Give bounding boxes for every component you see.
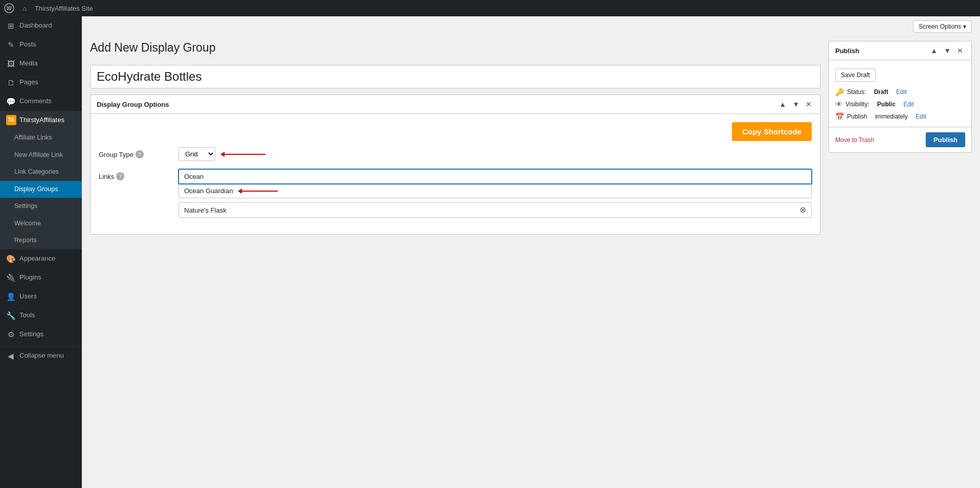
visibility-edit-link[interactable]: Edit xyxy=(903,101,914,108)
metabox-collapse-down-button[interactable]: ▼ xyxy=(790,99,801,109)
publish-body: Save Draft 🔑 Status: Draft Edit 👁 Visibi… xyxy=(829,60,971,127)
links-label: Links ? xyxy=(99,169,170,180)
metabox-header[interactable]: Display Group Options ▲ ▼ ✕ xyxy=(91,95,820,114)
publish-footer: Move to Trash Publish xyxy=(829,127,971,152)
sidebar-item-users[interactable]: 👤 Users xyxy=(0,287,82,306)
tools-icon: 🔧 xyxy=(6,310,15,321)
media-icon: 🖼 xyxy=(6,58,15,69)
visibility-label: Visibility: xyxy=(845,101,869,108)
metabox-controls: ▲ ▼ ✕ xyxy=(777,99,814,109)
sidebar-item-comments[interactable]: 💬 Comments xyxy=(0,92,82,111)
status-edit-link[interactable]: Edit xyxy=(896,88,907,96)
arrow-pointer-2-icon xyxy=(238,189,242,194)
sidebar-label-settings-ta: Settings xyxy=(14,202,37,211)
sidebar-item-settings-ta[interactable]: Settings xyxy=(0,198,82,215)
content-area: Screen Options ▾ Add New Display Group D… xyxy=(82,16,980,488)
sidebar-label-thirstyaffiliates: ThirstyAffiliates xyxy=(19,115,64,125)
group-type-help-icon[interactable]: ? xyxy=(136,150,144,158)
sidebar-item-reports[interactable]: Reports xyxy=(0,232,82,249)
sidebar-item-link-categories[interactable]: Link Categories xyxy=(0,164,82,181)
sidebar-label-reports: Reports xyxy=(14,236,37,245)
screen-options-button[interactable]: Screen Options ▾ xyxy=(913,20,972,33)
publish-title: Publish xyxy=(835,47,859,55)
page-content: Add New Display Group Display Group Opti… xyxy=(82,37,980,488)
status-icon: 🔑 xyxy=(835,88,844,96)
sidebar-item-appearance[interactable]: 🎨 Appearance xyxy=(0,249,82,268)
links-dropdown-item-ocean-guardian[interactable]: Ocean Guardian xyxy=(179,184,811,198)
group-type-select[interactable]: Grid List Slider xyxy=(179,147,215,161)
group-type-annotation-arrow xyxy=(220,152,265,157)
sidebar-item-pages[interactable]: 🗋 Pages xyxy=(0,73,82,92)
publish-button[interactable]: Publish xyxy=(926,132,965,147)
side-column: Publish ▲ ▼ ✕ Save Draft 🔑 xyxy=(829,41,972,480)
main-column: Add New Display Group Display Group Opti… xyxy=(90,41,820,480)
ocean-guardian-annotation-arrow xyxy=(238,189,278,194)
publish-close-button[interactable]: ✕ xyxy=(955,45,965,56)
move-to-trash-link[interactable]: Move to Trash xyxy=(835,136,874,144)
links-row: Links ? Ocean Guardian xyxy=(99,169,812,218)
title-input[interactable] xyxy=(90,65,820,88)
sidebar-item-media[interactable]: 🖼 Media xyxy=(0,54,82,73)
pages-icon: 🗋 xyxy=(6,77,15,88)
sidebar-item-settings-wp[interactable]: ⚙ Settings xyxy=(0,325,82,344)
metabox-collapse-up-button[interactable]: ▲ xyxy=(777,99,788,109)
publish-collapse-up-button[interactable]: ▲ xyxy=(928,45,940,56)
publish-time-edit-link[interactable]: Edit xyxy=(916,113,926,120)
sidebar-label-new-affiliate-link: New Affiliate Link xyxy=(14,151,63,160)
save-draft-label: Save Draft xyxy=(841,72,870,79)
sidebar-item-plugins[interactable]: 🔌 Plugins xyxy=(0,268,82,287)
wp-logo-item[interactable]: W xyxy=(4,3,14,13)
users-icon: 👤 xyxy=(6,291,15,302)
ta-logo-icon: TA xyxy=(6,115,15,125)
sidebar-item-new-affiliate-link[interactable]: New Affiliate Link xyxy=(0,147,82,164)
sidebar: ⊞ Dashboard ✎ Posts 🖼 Media 🗋 Pages 💬 Co… xyxy=(0,16,82,488)
sidebar-item-display-groups[interactable]: Display Groups xyxy=(0,181,82,198)
sidebar-item-thirstyaffiliates[interactable]: TA ThirstyAffiliates xyxy=(0,111,82,129)
publish-metabox: Publish ▲ ▼ ✕ Save Draft 🔑 xyxy=(829,41,972,153)
sidebar-label-plugins: Plugins xyxy=(19,273,41,282)
links-search-input[interactable] xyxy=(179,169,812,184)
sidebar-item-collapse[interactable]: ◀ Collapse menu xyxy=(0,346,82,365)
sidebar-item-dashboard[interactable]: ⊞ Dashboard xyxy=(0,16,82,35)
settings-icon: ⚙ xyxy=(6,329,15,340)
sidebar-label-display-groups: Display Groups xyxy=(14,185,58,194)
publish-button-label: Publish xyxy=(933,136,957,144)
sidebar-item-affiliate-links[interactable]: Affiliate Links xyxy=(0,129,82,147)
sidebar-label-tools: Tools xyxy=(19,311,35,320)
sidebar-item-tools[interactable]: 🔧 Tools xyxy=(0,306,82,325)
publish-collapse-down-button[interactable]: ▼ xyxy=(942,45,953,56)
screen-options-label: Screen Options xyxy=(919,23,961,30)
sidebar-label-posts: Posts xyxy=(19,40,36,49)
remove-link-button[interactable]: ⊗ xyxy=(799,206,806,214)
comments-icon: 💬 xyxy=(6,96,15,107)
sidebar-label-settings-wp: Settings xyxy=(19,330,43,339)
arrow-pointer-icon xyxy=(220,152,225,157)
links-help-icon[interactable]: ? xyxy=(116,172,124,180)
sidebar-label-link-categories: Link Categories xyxy=(14,168,59,177)
metabox-close-button[interactable]: ✕ xyxy=(804,99,814,109)
visibility-row: 👁 Visibility: Public Edit xyxy=(829,98,971,110)
dashboard-icon: ⊞ xyxy=(6,20,15,31)
content-topbar: Screen Options ▾ xyxy=(82,16,980,37)
group-type-label: Group Type ? xyxy=(99,147,170,158)
main-layout: ⊞ Dashboard ✎ Posts 🖼 Media 🗋 Pages 💬 Co… xyxy=(0,16,980,488)
sidebar-item-posts[interactable]: ✎ Posts xyxy=(0,35,82,54)
group-type-annotation-row: Grid List Slider xyxy=(179,147,812,161)
home-icon-item[interactable]: ⌂ xyxy=(23,5,27,12)
site-name-item[interactable]: ThirstyAffiliates Site xyxy=(35,5,93,12)
copy-shortcode-button[interactable]: Copy Shortcode xyxy=(732,122,812,141)
home-icon: ⌂ xyxy=(23,5,27,12)
wp-logo-icon: W xyxy=(4,3,14,13)
sidebar-label-appearance: Appearance xyxy=(19,254,55,263)
selected-link-natures-flask: Nature's Flask ⊗ xyxy=(179,202,812,218)
status-label: Status: xyxy=(847,88,866,96)
sidebar-item-welcome[interactable]: Welcome xyxy=(0,215,82,233)
links-dropdown: Ocean Guardian xyxy=(179,184,812,198)
save-draft-button[interactable]: Save Draft xyxy=(835,68,876,82)
calendar-icon: 📅 xyxy=(835,112,844,121)
status-row: 🔑 Status: Draft Edit xyxy=(829,86,971,98)
svg-text:W: W xyxy=(7,6,12,11)
sidebar-label-media: Media xyxy=(19,59,37,68)
copy-shortcode-label: Copy Shortcode xyxy=(742,127,801,136)
sidebar-label-collapse: Collapse menu xyxy=(19,351,64,360)
